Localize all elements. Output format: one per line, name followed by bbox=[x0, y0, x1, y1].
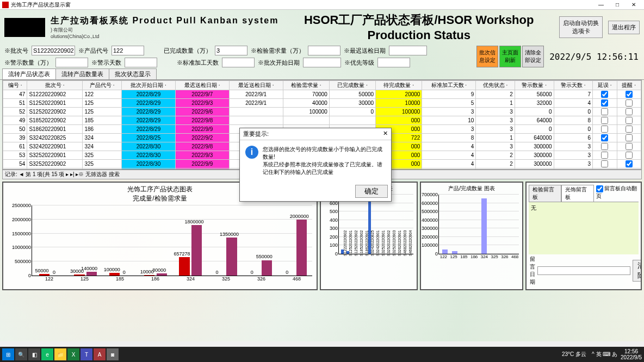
grid-header[interactable]: 提醒 · bbox=[617, 81, 641, 90]
explorer-icon[interactable]: 📁 bbox=[54, 348, 66, 360]
taskbar-date: 2022/9/5 bbox=[621, 354, 642, 360]
done-label: 已完成数量（万） bbox=[164, 47, 212, 55]
latest-input[interactable] bbox=[389, 46, 427, 55]
table-row[interactable]: 51S125202209011252022/8/292022/9/32022/9… bbox=[3, 99, 641, 108]
dialog-close-icon[interactable]: ✕ bbox=[383, 130, 388, 138]
alert-dialog: 重要提示: ✕ i 您选择的批次号的待完成数量小于你输入的已完成数量! 系统已经… bbox=[239, 128, 392, 202]
autoflip-check[interactable]: 留言板自动翻页 bbox=[596, 185, 639, 202]
priority-input[interactable] bbox=[377, 58, 410, 67]
prod-input[interactable] bbox=[112, 46, 144, 55]
warndays-label: ※警示天数 bbox=[91, 59, 121, 67]
remind-check[interactable] bbox=[626, 160, 633, 167]
table-row[interactable]: 47S122202209021222022/8/292022/9/72022/9… bbox=[3, 90, 641, 99]
grid-header[interactable]: 最近送检日期 · bbox=[229, 81, 283, 90]
edge-icon[interactable]: e bbox=[41, 348, 53, 360]
grid-header[interactable]: 待完成数量 · bbox=[376, 81, 422, 90]
maximize-button[interactable]: □ bbox=[609, 2, 626, 8]
warnqty-input[interactable] bbox=[55, 58, 88, 67]
warndays-input[interactable] bbox=[125, 58, 157, 67]
clock: 2022/9/5 12:56:11 bbox=[544, 52, 644, 62]
grid-header[interactable]: 警示数量 · bbox=[515, 81, 554, 90]
remind-check[interactable] bbox=[626, 143, 633, 150]
grid-header[interactable]: 检验需求量 · bbox=[283, 81, 329, 90]
stddays-input[interactable] bbox=[222, 58, 255, 67]
grid-header[interactable]: 批次开始日期 · bbox=[122, 81, 176, 90]
remind-check[interactable] bbox=[626, 108, 633, 115]
taskbar[interactable]: ⊞ 🔍 ◧ e 📁 X T A ◙ 23°C 多云 ^ 英 ⌨ あ 12:56 … bbox=[0, 347, 644, 362]
delay-check[interactable] bbox=[601, 152, 608, 159]
insp-label: ※检验需求量（万） bbox=[251, 47, 305, 55]
window-titlebar: 光饰工序产品状态显示窗 — □ ✕ bbox=[0, 0, 644, 10]
chart3-title: 产品/完成数量 图表 bbox=[423, 185, 520, 192]
teams-icon[interactable]: T bbox=[81, 348, 92, 360]
grid-header[interactable]: 编号 · bbox=[3, 81, 27, 90]
logo bbox=[4, 18, 45, 37]
auto-switch-button[interactable]: 启动自动切换 选项卡 bbox=[559, 16, 603, 38]
delay-check[interactable] bbox=[601, 143, 608, 150]
chart-product: 产品/完成数量 图表 01000002000003000004000005000… bbox=[420, 182, 523, 290]
brand-sub: ) 有限公司 bbox=[51, 27, 278, 34]
grid-header[interactable]: 产品代号 · bbox=[83, 81, 122, 90]
table-row[interactable]: 49S185202209021852022/8/292022/9/8000103… bbox=[3, 116, 641, 125]
remind-check[interactable] bbox=[626, 117, 633, 124]
task-view-icon[interactable]: ◧ bbox=[28, 348, 40, 360]
dialog-ok-button[interactable]: 确定 bbox=[355, 185, 388, 198]
remind-check[interactable] bbox=[626, 152, 633, 159]
lot-input[interactable] bbox=[32, 46, 75, 55]
tab-status[interactable]: 流转产品状态表 bbox=[2, 68, 56, 79]
done-input[interactable] bbox=[215, 46, 247, 55]
clear-all-button[interactable]: 清除全部设定 bbox=[522, 46, 544, 67]
insp-input[interactable] bbox=[308, 46, 340, 55]
minimize-button[interactable]: — bbox=[593, 2, 609, 8]
search-icon[interactable]: 🔍 bbox=[15, 348, 27, 360]
msg-tab-polish[interactable]: 光饰留言板 bbox=[561, 185, 594, 202]
msg-date-input[interactable] bbox=[537, 266, 630, 275]
delay-check[interactable] bbox=[601, 91, 608, 98]
taskbar-time: 12:56 bbox=[621, 348, 642, 354]
grid-header[interactable]: 已完成数量 · bbox=[329, 81, 375, 90]
tab-display[interactable]: 批次状态显示 bbox=[109, 68, 157, 79]
delay-check[interactable] bbox=[601, 108, 608, 115]
remind-check[interactable] bbox=[626, 91, 633, 98]
grid-header[interactable]: 警示天数 · bbox=[554, 81, 593, 90]
grid-header[interactable]: 标准加工天数 · bbox=[422, 81, 476, 90]
access-icon[interactable]: A bbox=[94, 348, 106, 360]
dialog-title: 重要提示: bbox=[243, 130, 269, 138]
start-button[interactable]: ⊞ bbox=[2, 348, 14, 360]
table-row[interactable]: 52S125202209021252022/8/292022/9/6100000… bbox=[3, 108, 641, 116]
start-input[interactable] bbox=[303, 58, 341, 67]
remind-check[interactable] bbox=[626, 126, 633, 133]
msg-tab-insp[interactable]: 检验留言板 bbox=[529, 185, 561, 202]
brand-sub2: olutions(China)Co.,Ltd bbox=[51, 34, 278, 39]
grid-header[interactable]: 批次号 · bbox=[27, 81, 83, 90]
grid-header[interactable]: 延误 · bbox=[593, 81, 617, 90]
latest-label: ※最迟送检日期 bbox=[344, 47, 386, 55]
delay-check[interactable] bbox=[601, 99, 608, 107]
close-button[interactable]: ✕ bbox=[626, 2, 642, 8]
msg-body: 无 bbox=[529, 202, 639, 254]
grid-header[interactable]: 优先状态 · bbox=[476, 81, 515, 90]
delay-check[interactable] bbox=[601, 126, 608, 133]
weather[interactable]: 23°C 多云 bbox=[562, 351, 586, 358]
exit-button[interactable]: 退出程序 bbox=[608, 21, 640, 34]
remind-check[interactable] bbox=[626, 134, 633, 141]
excel-icon[interactable]: X bbox=[67, 348, 79, 360]
refresh-button[interactable]: 主页面刷新 bbox=[499, 46, 521, 67]
lot-setting-button[interactable]: 批次信息设定 bbox=[476, 46, 498, 67]
warnqty-label: ※警示数量（万） bbox=[4, 59, 52, 67]
app-icon-2[interactable]: ◙ bbox=[107, 348, 119, 360]
tab-qty[interactable]: 流转产品数量表 bbox=[55, 68, 109, 79]
delay-check[interactable] bbox=[601, 134, 608, 141]
delay-check[interactable] bbox=[601, 117, 608, 124]
page-title: HSOR工厂产品状态看板/HSOR Workshop Production St… bbox=[284, 12, 554, 42]
message-panel: 检验留言板 光饰留言板 留言板自动翻页 无 留言日期 清除 保存 bbox=[525, 182, 642, 290]
priority-label: ※优先等级 bbox=[344, 59, 374, 67]
remind-check[interactable] bbox=[626, 99, 633, 107]
dialog-line2: 系统已经参照本批次待完成量修改了已完成量。请记住剩下的待输入的已完成量 bbox=[263, 161, 386, 176]
main-tabs: 流转产品状态表 流转产品数量表 批次状态显示 bbox=[0, 68, 644, 80]
lot-label: ※批次号 bbox=[4, 47, 28, 55]
msg-clear-button[interactable]: 清除 bbox=[633, 260, 642, 282]
delay-check[interactable] bbox=[601, 160, 608, 167]
prod-label: ※产品代号 bbox=[78, 47, 108, 55]
grid-header[interactable]: 最迟送检日期 · bbox=[175, 81, 229, 90]
